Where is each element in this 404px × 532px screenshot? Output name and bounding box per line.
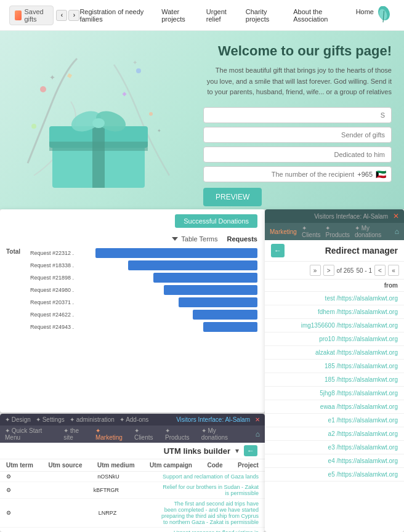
utm-topbar-close[interactable]: ✕	[255, 416, 260, 423]
utm-row2-campaign: kBFTRGR	[94, 487, 119, 493]
redirect-nav-bar: Marketing ✦ Clients ✦ Products ✦ My dona…	[265, 223, 404, 240]
utm-topbar-settings[interactable]: ✦ Settings	[36, 416, 65, 423]
pagination-prev[interactable]: >	[323, 265, 334, 276]
redirect-nav-products[interactable]: ✦ Products	[325, 225, 349, 238]
redirect-back-button[interactable]: ←	[271, 244, 285, 257]
utm-sub-quickstart[interactable]: ✦ Quick Start Menu	[5, 427, 57, 441]
chart-bar-1	[95, 248, 257, 258]
nav-forward[interactable]: ›	[68, 10, 79, 21]
chart-row-5: Request #20371 .	[25, 297, 257, 307]
chart-bar-3	[153, 273, 257, 283]
chart-bar-5	[179, 297, 257, 307]
utm-row2-settings[interactable]: ⚙	[6, 487, 11, 493]
utm-sub-bar: ✦ Quick Start Menu ✦ the site ✦ Marketin…	[0, 425, 265, 443]
svg-rect-5	[92, 126, 105, 188]
successful-donations-btn[interactable]: Successful Donations	[175, 214, 257, 228]
redirect-item-6[interactable]: 185 /https://alsalamkwt.org	[265, 360, 404, 373]
utm-sub-marketing[interactable]: ✦ Marketing	[95, 427, 128, 441]
gift-field1[interactable]	[203, 107, 392, 123]
redirect-item-11[interactable]: a2 /https://alsalamkwt.org	[265, 427, 404, 441]
redirect-item-14[interactable]: e5 /https://alsalamkwt.org	[265, 468, 404, 482]
utm-home-icon[interactable]: ⌂	[256, 430, 260, 438]
svg-point-10	[40, 86, 46, 92]
redirect-item-8[interactable]: 5jhg8 /https://alsalamkwt.org	[265, 387, 404, 400]
triangle-icon	[172, 237, 178, 241]
pagination-of: of 265	[337, 267, 354, 274]
chart-bar-container-3	[78, 273, 257, 283]
chart-bar-7	[203, 322, 257, 332]
gift-sender[interactable]	[203, 127, 392, 143]
redirect-item-7[interactable]: 185 /https://alsalamkwt.org	[265, 373, 404, 387]
utm-title-bar: UTM links builder ▾ ←	[0, 443, 265, 459]
gift-phone[interactable]	[209, 167, 354, 182]
redirect-close-btn[interactable]: ✕	[393, 212, 399, 220]
nav-about[interactable]: About the Association	[293, 8, 346, 23]
redirect-home-icon[interactable]: ⌂	[395, 227, 399, 236]
nav-arrows: ‹ ›	[56, 10, 79, 21]
utm-row1-settings[interactable]: ⚙	[6, 474, 11, 480]
utm-col-medium: Utm medium	[97, 462, 135, 469]
chart-label-3: Request #21898 .	[25, 275, 74, 281]
redirect-item-2[interactable]: fdhem /https://alsalamkwt.org	[265, 305, 404, 319]
saved-gifts-badge[interactable]: Saved gifts	[9, 6, 54, 25]
redirect-nav-clients[interactable]: ✦ Clients	[302, 225, 321, 238]
utm-row2-project[interactable]: Relief for our brothers in Sudan - Zakat…	[160, 484, 259, 496]
redirect-item-12[interactable]: e3 /https://alsalamkwt.org	[265, 441, 404, 454]
utm-col-term: Utm term	[6, 462, 33, 469]
chart-label-4: Request #24980 .	[25, 287, 74, 293]
utm-arrow-icon[interactable]: ←	[244, 445, 257, 456]
nav-home[interactable]: Home	[356, 8, 374, 23]
donations-header: Successful Donations	[0, 209, 265, 233]
svg-point-11	[136, 68, 141, 73]
nav-back[interactable]: ‹	[56, 10, 67, 21]
redirect-item-1[interactable]: test /https://alsalamkwt.org	[265, 292, 404, 305]
phone-prefix: 965+	[357, 171, 373, 178]
utm-topbar-design[interactable]: ✦ Design	[5, 416, 31, 423]
svg-rect-14	[67, 73, 72, 78]
flag-icon: 🇰🇼	[376, 169, 386, 179]
nav-urgent[interactable]: Urgent relief	[206, 8, 236, 23]
nav-charity[interactable]: Charity projects	[246, 8, 284, 23]
pagination-next[interactable]: <	[374, 265, 386, 276]
chart-bar-container-1	[78, 248, 257, 258]
utm-topbar-addons[interactable]: ✦ Add-ons	[119, 416, 148, 423]
redirect-nav-donations[interactable]: ✦ My donations	[355, 225, 385, 238]
redirect-item-10[interactable]: e1 /https://alsalamkwt.org	[265, 414, 404, 427]
pagination-last[interactable]: «	[388, 265, 399, 276]
redirect-item-5[interactable]: alzakat /https://alsalamkwt.org	[265, 346, 404, 360]
utm-row4-project[interactable]: Urgent response to flood victims in Yeme…	[160, 530, 259, 532]
utm-sub-products[interactable]: ✦ Products	[165, 427, 195, 441]
utm-topbar-visitors[interactable]: Visitors Interface: Al-Salam	[176, 416, 250, 423]
pagination-first[interactable]: »	[310, 265, 321, 276]
preview-button[interactable]: PREVIEW	[203, 188, 262, 206]
utm-sub-donations[interactable]: ✦ My donations	[201, 427, 243, 441]
nav-water[interactable]: Water projects	[161, 8, 197, 23]
requests-label: Requests	[227, 235, 257, 243]
chart-row-6: Request #24622 .	[25, 310, 257, 320]
redirect-list: test /https://alsalamkwt.org fdhem /http…	[265, 292, 404, 482]
chart-row-3: Request #21898 .	[25, 273, 257, 283]
utm-sub-clients[interactable]: ✦ Clients	[134, 427, 159, 441]
redirect-section: Visitors Interface: Al-Salam ✕ Marketing…	[265, 209, 404, 532]
gift-phone-wrapper: 🇰🇼 965+	[203, 166, 392, 182]
nav-registration[interactable]: Registration of needy families	[79, 8, 152, 23]
gifts-form: 🇰🇼 965+ PREVIEW	[203, 107, 392, 206]
redirect-nav-marketing[interactable]: Marketing	[270, 228, 297, 235]
svg-text:✦: ✦	[49, 73, 55, 82]
utm-topbar-admin[interactable]: ✦ administration	[70, 416, 115, 423]
chart-bar-container-7	[78, 322, 257, 332]
redirect-item-3[interactable]: img1356600 /https://alsalamkwt.org	[265, 319, 404, 332]
redirect-item-9[interactable]: ewaa /https://alsalamkwt.org	[265, 400, 404, 414]
redirect-item-13[interactable]: e4 /https://alsalamkwt.org	[265, 454, 404, 468]
utm-row3-project[interactable]: The first and second aid trips have been…	[160, 501, 259, 525]
redirect-item-4[interactable]: pro10 /https://alsalamkwt.org	[265, 332, 404, 346]
utm-row1-project[interactable]: Support and reclamation of Gaza lands	[163, 474, 259, 480]
gift-dedicated[interactable]	[203, 147, 392, 163]
utm-row3-settings[interactable]: ⚙	[6, 510, 11, 516]
utm-dropdown-icon[interactable]: ▾	[235, 446, 239, 455]
utm-row3-campaign: LNRPZ	[99, 510, 117, 516]
chart-label-5: Request #20371 .	[25, 299, 74, 305]
utm-col-code: Code	[208, 462, 223, 469]
utm-sub-site[interactable]: ✦ the site	[63, 427, 89, 441]
chart-label-1: Request #22312 .	[25, 250, 74, 256]
